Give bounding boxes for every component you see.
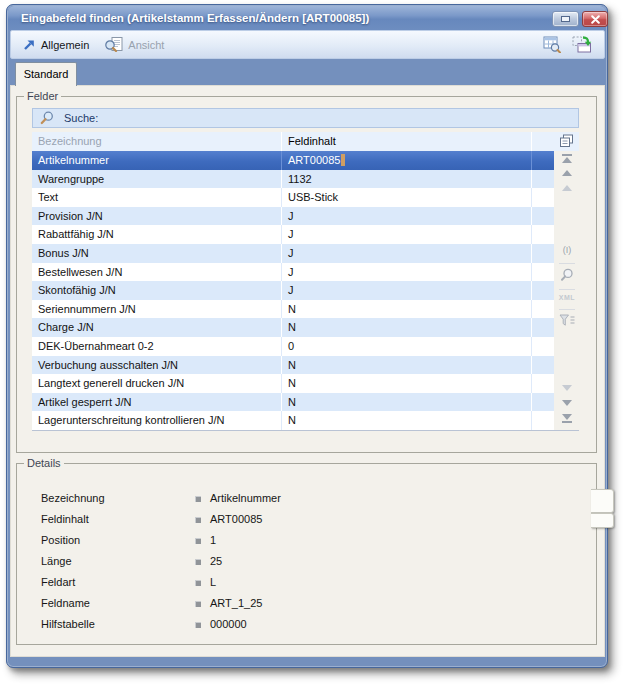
- minimize-button[interactable]: [552, 11, 579, 27]
- toolbar-item-label: Ansicht: [128, 39, 164, 51]
- row-bezeichnung: Artikelnummer: [32, 151, 282, 170]
- copy-icon[interactable]: [559, 134, 574, 148]
- details-legend: Details: [24, 456, 64, 470]
- table-row[interactable]: Provision J/N J: [32, 207, 554, 226]
- toolbar-right-group: [543, 36, 592, 53]
- scroll-to-top-icon[interactable]: [554, 154, 580, 163]
- row-bezeichnung: Provision J/N: [32, 207, 282, 226]
- detail-row: Hilfstabelle 000000: [17, 614, 596, 635]
- row-spacer: [532, 300, 554, 319]
- table-row[interactable]: Rabattfähig J/N J: [32, 225, 554, 244]
- toolbar-item-allgemein[interactable]: Allgemein: [23, 38, 89, 51]
- scroll-down-page-icon[interactable]: [554, 385, 580, 391]
- table-row[interactable]: Langtext generell drucken J/N N: [32, 374, 554, 393]
- scroll-to-bottom-icon[interactable]: [554, 414, 580, 423]
- xml-export-icon[interactable]: XML: [554, 294, 580, 301]
- details-groupbox: Details Bezeichnung Artikelnummer Feldin…: [16, 463, 597, 645]
- row-spacer: [532, 318, 554, 337]
- table-row[interactable]: Text USB-Stick: [32, 188, 554, 207]
- content-panel: Felder Suche: Bezeichnung Feldinhalt: [10, 85, 605, 657]
- table-row[interactable]: Verbuchung ausschalten J/N N: [32, 356, 554, 375]
- arrow-up-right-icon: [23, 38, 36, 51]
- row-spacer: [532, 393, 554, 412]
- table-row[interactable]: Bonus J/N J: [32, 244, 554, 263]
- detail-label: Feldart: [41, 572, 75, 593]
- toolbar-item-label: Allgemein: [41, 39, 89, 51]
- bullet-icon: [195, 559, 201, 565]
- detail-label: Hilfstabelle: [41, 614, 95, 635]
- table-bottom-border: [32, 430, 579, 431]
- row-feldinhalt: USB-Stick: [282, 188, 532, 207]
- strip-divider: [559, 309, 575, 310]
- table-row[interactable]: Artikelnummer ART00085: [32, 151, 554, 170]
- bullet-icon: [195, 538, 201, 544]
- bullet-icon: [195, 580, 201, 586]
- row-feldinhalt: N: [282, 393, 532, 412]
- detail-value: ART00085: [210, 509, 262, 530]
- row-bezeichnung: Seriennummern J/N: [32, 300, 282, 319]
- column-header-bezeichnung[interactable]: Bezeichnung: [32, 132, 282, 151]
- row-bezeichnung: Artikel gesperrt J/N: [32, 393, 282, 412]
- zoom-row-icon[interactable]: [554, 268, 580, 282]
- row-spacer: [532, 263, 554, 282]
- row-feldinhalt: N: [282, 356, 532, 375]
- tab-label: Standard: [24, 68, 69, 80]
- detail-row: Feldname ART_1_25: [17, 593, 596, 614]
- detail-row: Feldart L: [17, 572, 596, 593]
- table-row[interactable]: DEK-Übernahmeart 0-2 0: [32, 337, 554, 356]
- row-spacer: [532, 374, 554, 393]
- detail-label: Länge: [41, 551, 72, 572]
- row-bezeichnung: Skontofähig J/N: [32, 281, 282, 300]
- bullet-icon: [195, 601, 201, 607]
- scroll-up-page-icon[interactable]: [554, 185, 580, 191]
- tab-standard[interactable]: Standard: [15, 62, 77, 86]
- title-bar[interactable]: Eingabefeld finden (Artikelstamm Erfasse…: [8, 6, 606, 30]
- text-cursor: [341, 154, 345, 166]
- table-row[interactable]: Lagerunterschreitung kontrollieren J/N N: [32, 411, 554, 430]
- dialog-window: Eingabefeld finden (Artikelstamm Erfasse…: [6, 4, 608, 668]
- scroll-up-icon[interactable]: [554, 170, 580, 176]
- detail-value: 1: [210, 530, 216, 551]
- table-row[interactable]: Artikel gesperrt J/N N: [32, 393, 554, 412]
- row-spacer: [532, 411, 554, 430]
- table-row[interactable]: Charge J/N N: [32, 318, 554, 337]
- detail-value: 25: [210, 551, 222, 572]
- goto-field-window-icon[interactable]: [572, 36, 592, 53]
- row-bezeichnung: Bonus J/N: [32, 244, 282, 263]
- search-field[interactable]: Suche:: [32, 108, 579, 128]
- table-row[interactable]: Bestellwesen J/N J: [32, 263, 554, 282]
- filter-icon[interactable]: [554, 314, 580, 327]
- scroll-down-icon[interactable]: [554, 400, 580, 406]
- toolbar-item-ansicht[interactable]: Ansicht: [105, 37, 164, 52]
- row-feldinhalt: 0: [282, 337, 532, 356]
- row-spacer: [532, 188, 554, 207]
- row-bezeichnung: Warengruppe: [32, 170, 282, 189]
- column-header-feldinhalt[interactable]: Feldinhalt: [282, 132, 532, 151]
- splitter-handle-top[interactable]: [591, 489, 614, 513]
- detail-row: Länge 25: [17, 551, 596, 572]
- detail-label: Bezeichnung: [41, 488, 105, 509]
- row-spacer: [532, 151, 554, 170]
- row-spacer: [532, 244, 554, 263]
- splitter-handle-bottom[interactable]: [591, 513, 614, 528]
- row-feldinhalt: N: [282, 411, 532, 430]
- felder-legend: Felder: [24, 89, 61, 103]
- row-bezeichnung: Verbuchung ausschalten J/N: [32, 356, 282, 375]
- detail-value: Artikelnummer: [210, 488, 281, 509]
- row-spacer: [532, 207, 554, 226]
- close-icon: [591, 15, 600, 24]
- row-feldinhalt: 1132: [282, 170, 532, 189]
- minimize-icon: [561, 16, 570, 22]
- table-row[interactable]: Warengruppe 1132: [32, 170, 554, 189]
- table-row[interactable]: Skontofähig J/N J: [32, 281, 554, 300]
- bullet-icon: [195, 517, 201, 523]
- table-search-icon[interactable]: [543, 36, 561, 53]
- table-row[interactable]: Seriennummern J/N N: [32, 300, 554, 319]
- close-button[interactable]: [582, 11, 608, 27]
- field-table: Artikelnummer ART00085 Warengruppe 1132 …: [32, 151, 554, 430]
- row-bezeichnung: Charge J/N: [32, 318, 282, 337]
- column-width-icon[interactable]: (I): [554, 245, 580, 255]
- row-spacer: [532, 170, 554, 189]
- bullet-icon: [195, 622, 201, 628]
- strip-divider: [559, 289, 575, 290]
